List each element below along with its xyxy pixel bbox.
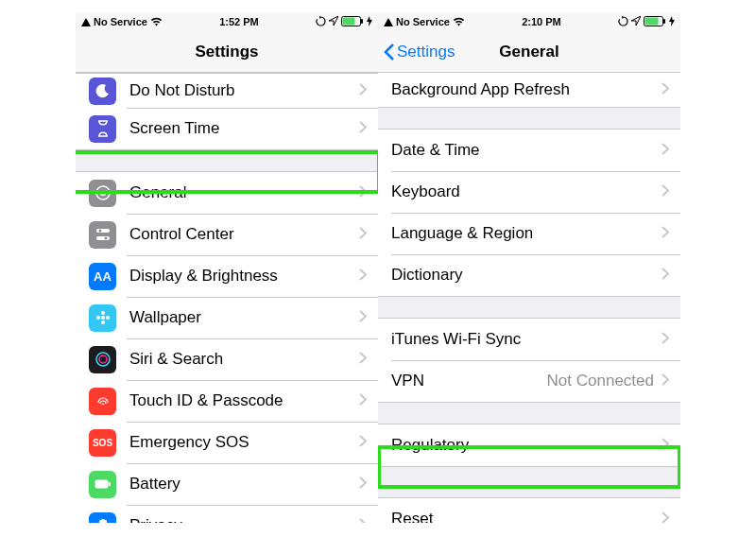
hand-icon bbox=[89, 512, 116, 524]
row-label: Touch ID & Passcode bbox=[129, 391, 359, 410]
status-bar: No Service 1:52 PM bbox=[76, 12, 378, 31]
row-label: Screen Time bbox=[129, 119, 359, 138]
row-label: Date & Time bbox=[391, 141, 662, 160]
row-label: iTunes Wi-Fi Sync bbox=[391, 330, 662, 349]
text-size-icon: AA bbox=[89, 263, 116, 290]
row-label: Regulatory bbox=[391, 436, 662, 455]
section-gap bbox=[378, 466, 680, 498]
chevron-right-icon bbox=[662, 267, 669, 284]
row-keyboard[interactable]: Keyboard bbox=[378, 171, 680, 213]
row-label: Privacy bbox=[129, 516, 359, 523]
row-siri-search[interactable]: Siri & Search bbox=[76, 338, 378, 380]
row-language-region[interactable]: Language & Region bbox=[378, 213, 680, 254]
row-label: Battery bbox=[129, 475, 359, 494]
row-battery[interactable]: Battery bbox=[76, 463, 378, 505]
chevron-right-icon bbox=[359, 392, 367, 409]
status-bar: No Service 2:10 PM bbox=[378, 12, 680, 31]
warning-icon bbox=[384, 18, 393, 26]
row-reset[interactable]: Reset bbox=[378, 498, 680, 523]
refresh-icon bbox=[618, 16, 628, 28]
chevron-left-icon bbox=[384, 43, 395, 61]
row-date-time[interactable]: Date & Time bbox=[378, 130, 680, 171]
row-display-brightness[interactable]: AA Display & Brightness bbox=[76, 255, 378, 297]
chevron-right-icon bbox=[662, 81, 669, 98]
gear-icon bbox=[89, 180, 116, 207]
svg-rect-16 bbox=[94, 480, 108, 489]
charging-icon bbox=[669, 16, 675, 28]
row-label: Background App Refresh bbox=[391, 80, 662, 99]
battery-icon bbox=[644, 16, 666, 28]
row-detail: Not Connected bbox=[547, 372, 654, 390]
row-label: Language & Region bbox=[391, 224, 662, 243]
page-title: General bbox=[499, 43, 558, 61]
chevron-right-icon bbox=[359, 184, 367, 201]
row-label: Reset bbox=[391, 510, 662, 523]
svg-point-15 bbox=[99, 355, 107, 363]
location-icon bbox=[631, 16, 641, 27]
status-time: 2:10 PM bbox=[522, 16, 561, 27]
row-regulatory[interactable]: Regulatory bbox=[378, 424, 680, 466]
row-itunes-wifi-sync[interactable]: iTunes Wi-Fi Sync bbox=[378, 319, 680, 360]
row-touch-id[interactable]: Touch ID & Passcode bbox=[76, 380, 378, 422]
svg-point-12 bbox=[96, 316, 100, 320]
back-button[interactable]: Settings bbox=[384, 43, 455, 61]
general-screen: No Service 2:10 PM Settings General Back… bbox=[378, 12, 680, 523]
nav-bar: Settings bbox=[76, 31, 378, 73]
row-control-center[interactable]: Control Center bbox=[76, 214, 378, 255]
chevron-right-icon bbox=[662, 437, 669, 454]
refresh-icon bbox=[316, 16, 326, 28]
svg-point-7 bbox=[98, 230, 101, 233]
switches-icon bbox=[89, 221, 116, 249]
row-privacy[interactable]: Privacy bbox=[76, 505, 378, 523]
battery-icon bbox=[341, 16, 364, 28]
chevron-right-icon bbox=[359, 120, 367, 137]
fingerprint-icon bbox=[89, 388, 116, 415]
general-list[interactable]: Background App Refresh Date & Time Keybo… bbox=[378, 73, 680, 523]
row-background-app-refresh[interactable]: Background App Refresh bbox=[378, 73, 680, 107]
chevron-right-icon bbox=[359, 351, 367, 368]
carrier-text: No Service bbox=[94, 16, 147, 27]
row-label: Siri & Search bbox=[129, 350, 359, 369]
svg-rect-19 bbox=[644, 17, 658, 25]
page-title: Settings bbox=[195, 43, 258, 61]
chevron-right-icon bbox=[359, 268, 367, 285]
status-time: 1:52 PM bbox=[219, 16, 259, 27]
carrier-text: No Service bbox=[396, 16, 450, 27]
svg-rect-17 bbox=[109, 482, 111, 486]
wifi-icon bbox=[150, 17, 163, 26]
chevron-right-icon bbox=[359, 476, 367, 493]
back-label: Settings bbox=[397, 43, 455, 61]
svg-rect-20 bbox=[663, 19, 665, 24]
row-label: Control Center bbox=[129, 225, 359, 244]
row-do-not-disturb[interactable]: Do Not Disturb bbox=[76, 74, 378, 108]
row-label: Wallpaper bbox=[129, 308, 359, 327]
row-wallpaper[interactable]: Wallpaper bbox=[76, 297, 378, 338]
row-vpn[interactable]: VPN Not Connected bbox=[378, 360, 680, 402]
row-label: Emergency SOS bbox=[129, 433, 359, 452]
svg-rect-5 bbox=[96, 229, 110, 233]
settings-list[interactable]: Do Not Disturb Screen Time General Contr… bbox=[76, 73, 378, 523]
row-general[interactable]: General bbox=[76, 172, 378, 214]
row-screen-time[interactable]: Screen Time bbox=[76, 108, 378, 149]
svg-point-14 bbox=[96, 353, 110, 366]
chevron-right-icon bbox=[359, 82, 367, 99]
hourglass-icon bbox=[89, 115, 116, 143]
row-dictionary[interactable]: Dictionary bbox=[378, 254, 680, 296]
chevron-right-icon bbox=[359, 309, 367, 326]
section-gap bbox=[378, 402, 680, 424]
chevron-right-icon bbox=[662, 511, 669, 523]
settings-screen: No Service 1:52 PM Settings Do Not Distu… bbox=[76, 12, 378, 523]
location-icon bbox=[329, 16, 338, 27]
flower-icon bbox=[89, 304, 116, 332]
row-label: VPN bbox=[391, 372, 547, 390]
svg-rect-2 bbox=[361, 19, 363, 24]
row-emergency-sos[interactable]: SOS Emergency SOS bbox=[76, 422, 378, 463]
svg-point-11 bbox=[101, 320, 105, 324]
row-label: Display & Brightness bbox=[129, 267, 359, 286]
chevron-right-icon bbox=[359, 434, 367, 451]
section-gap bbox=[76, 149, 378, 172]
chevron-right-icon bbox=[662, 225, 669, 242]
svg-point-9 bbox=[101, 316, 105, 320]
chevron-right-icon bbox=[662, 183, 669, 200]
row-label: Dictionary bbox=[391, 266, 662, 285]
